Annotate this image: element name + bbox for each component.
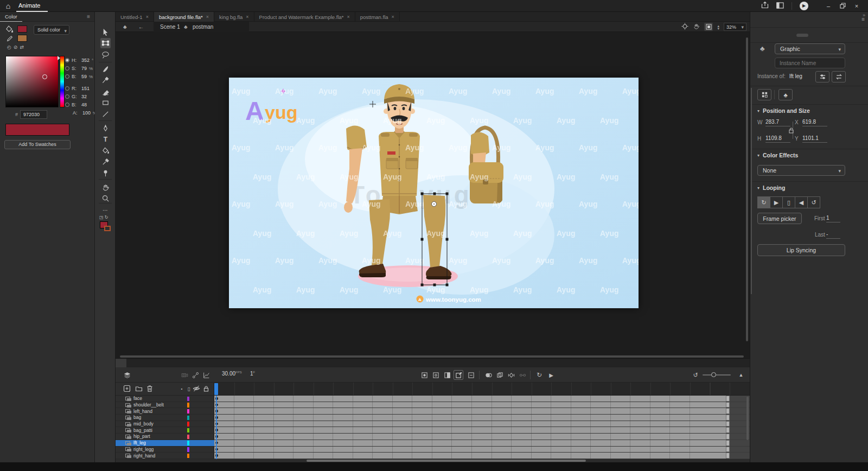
color-component-row[interactable]: R: 151 bbox=[65, 85, 92, 92]
color-effect-dropdown[interactable]: None▾ bbox=[757, 165, 845, 176]
panel-scrollbar[interactable] bbox=[751, 88, 752, 294]
frame-row[interactable] bbox=[214, 408, 750, 415]
insert-frame-icon[interactable] bbox=[442, 370, 452, 380]
frame-grid[interactable] bbox=[214, 383, 750, 459]
minimize-button[interactable]: – bbox=[821, 1, 835, 11]
insert-blank-keyframe-icon[interactable] bbox=[431, 370, 441, 380]
frame-span[interactable] bbox=[214, 427, 730, 433]
tab-close-icon[interactable]: × bbox=[347, 14, 350, 20]
position-size-section-header[interactable]: ▾ Position and Size bbox=[757, 107, 810, 114]
h-value[interactable]: 1109.8 bbox=[765, 135, 790, 143]
timeline-vertical-scrollbar[interactable] bbox=[746, 397, 749, 440]
hand-tool[interactable] bbox=[100, 182, 111, 193]
radio-icon[interactable] bbox=[65, 74, 69, 79]
lock-layers-icon[interactable] bbox=[202, 385, 211, 393]
frame-row[interactable] bbox=[214, 434, 750, 440]
slider-knob[interactable] bbox=[711, 372, 716, 377]
classic-brush-tool[interactable] bbox=[100, 75, 111, 85]
layer-color-chip[interactable] bbox=[187, 422, 189, 427]
frame-row[interactable] bbox=[214, 453, 750, 459]
timeline-ruler[interactable] bbox=[214, 383, 750, 396]
properties-mode-tab[interactable] bbox=[810, 34, 822, 37]
swap-symbol-icon[interactable] bbox=[832, 71, 846, 82]
breadcrumb-scene[interactable]: Scene 1 bbox=[160, 22, 180, 32]
layer-row[interactable]: right_hand bbox=[116, 453, 214, 459]
frame-span[interactable] bbox=[214, 453, 730, 459]
tab-close-icon[interactable]: × bbox=[146, 14, 149, 20]
document-tab[interactable]: Untitled-1 × bbox=[116, 12, 154, 22]
layer-color-chip[interactable] bbox=[187, 403, 189, 408]
color-component-row[interactable]: S: 79 % bbox=[65, 65, 93, 72]
free-transform-tool[interactable] bbox=[100, 38, 111, 48]
properties-mode-tab[interactable] bbox=[782, 34, 794, 37]
back-arrow-icon[interactable]: ← bbox=[138, 22, 144, 32]
layer-name[interactable]: left_hand bbox=[133, 409, 152, 414]
stage-vertical-scrollbar[interactable] bbox=[746, 37, 748, 341]
add-to-swatches-button[interactable]: Add To Swatches bbox=[4, 140, 71, 149]
hue-slider[interactable] bbox=[60, 56, 65, 107]
fps-display[interactable]: 30.00FPS bbox=[222, 371, 242, 377]
reverse-loop-icon[interactable]: ↺ bbox=[807, 196, 820, 208]
w-value[interactable]: 283.7 bbox=[765, 119, 790, 126]
restore-button[interactable] bbox=[835, 1, 850, 11]
color-effects-section-header[interactable]: ▾ Color Effects bbox=[757, 152, 798, 158]
default-none-swap-icons[interactable]: ◴⊘⇄ bbox=[7, 44, 26, 50]
frame-span[interactable] bbox=[214, 440, 730, 446]
document-tab[interactable]: Product and Watermark Example.fla* × bbox=[254, 12, 355, 22]
remove-frame-icon[interactable] bbox=[466, 370, 476, 380]
camera-icon[interactable] bbox=[180, 370, 189, 380]
radio-icon[interactable] bbox=[65, 94, 69, 99]
tab-close-icon[interactable]: × bbox=[392, 14, 394, 20]
stroke-pencil-icon[interactable] bbox=[6, 35, 14, 44]
panel-tab[interactable] bbox=[765, 15, 773, 26]
stage-horizontal-scrollbar[interactable] bbox=[120, 355, 744, 358]
more-tools-icon[interactable]: ⋯ bbox=[100, 205, 111, 215]
edit-multiple-frames-icon[interactable] bbox=[495, 370, 505, 380]
radio-icon[interactable] bbox=[65, 103, 69, 107]
frame-span[interactable] bbox=[214, 421, 730, 427]
layer-color-chip[interactable] bbox=[187, 435, 189, 440]
stage[interactable]: Ayug Ayug Toonyugz A yug bbox=[116, 32, 750, 359]
hide-layers-icon[interactable] bbox=[193, 385, 201, 393]
layer-color-chip[interactable] bbox=[187, 447, 189, 452]
timeline-panel-tab[interactable] bbox=[116, 359, 126, 367]
lip-syncing-button[interactable]: Lip Syncing bbox=[757, 244, 845, 256]
layer-color-chip[interactable] bbox=[187, 441, 189, 445]
frame-row[interactable] bbox=[214, 447, 750, 453]
symbol-arrows-icon[interactable]: ♣ bbox=[778, 89, 793, 100]
swap-default-colors-icons[interactable]: ◳ ↻ bbox=[99, 215, 108, 220]
share-icon[interactable] bbox=[761, 1, 769, 11]
layer-name[interactable]: hip_part bbox=[133, 434, 150, 439]
insert-keyframe-icon[interactable] bbox=[419, 370, 429, 380]
panel-tab[interactable] bbox=[757, 15, 764, 26]
hue-marker[interactable] bbox=[58, 56, 60, 60]
lock-constrain-icon[interactable] bbox=[788, 126, 794, 136]
layer-name[interactable]: right_legg bbox=[133, 447, 154, 452]
frame-row[interactable] bbox=[214, 415, 750, 421]
workspace-icon[interactable] bbox=[776, 1, 784, 11]
symbol-clover-icon[interactable]: ♣ bbox=[123, 22, 127, 32]
clip-content-icon[interactable] bbox=[704, 23, 713, 31]
timeline-horizontal-scrollbar[interactable] bbox=[307, 460, 586, 462]
zoom-level-dropdown[interactable]: 32%▾ bbox=[724, 23, 746, 31]
color-component-row[interactable]: B: 48 bbox=[65, 101, 89, 108]
color-panel-tab[interactable]: Color bbox=[0, 12, 22, 22]
layer-color-chip[interactable] bbox=[187, 454, 189, 459]
frame-row[interactable] bbox=[214, 440, 750, 447]
frame-row[interactable] bbox=[214, 421, 750, 428]
frame-row[interactable] bbox=[214, 396, 750, 402]
tab-close-icon[interactable]: × bbox=[206, 14, 209, 20]
paint-bucket-tool[interactable] bbox=[100, 145, 111, 156]
radio-icon[interactable] bbox=[65, 66, 69, 71]
rectangle-tool[interactable] bbox=[100, 98, 111, 108]
frame-span[interactable] bbox=[214, 415, 730, 421]
layer-row[interactable]: left_hand bbox=[116, 408, 214, 415]
toolbar-fill-stroke-swatch[interactable] bbox=[100, 221, 111, 231]
layer-name[interactable]: mid_body bbox=[133, 421, 154, 427]
rotation-tool-icon[interactable] bbox=[693, 22, 700, 32]
x-value[interactable]: 619.8 bbox=[802, 119, 827, 126]
single-frame-icon[interactable]: ▯ bbox=[782, 196, 795, 208]
text-tool[interactable]: T bbox=[100, 134, 111, 144]
stroke-color-swatch[interactable] bbox=[17, 35, 27, 42]
fill-bucket-icon[interactable] bbox=[5, 25, 14, 35]
